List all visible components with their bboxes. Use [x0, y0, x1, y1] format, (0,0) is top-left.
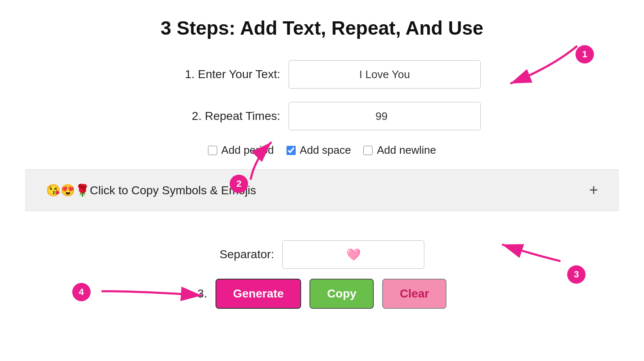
generate-button[interactable]: Generate	[216, 279, 301, 309]
step2-label: 2. Repeat Times:	[163, 109, 280, 123]
add-space-item: Add space	[287, 144, 351, 157]
clear-button[interactable]: Clear	[382, 279, 446, 309]
step1-row: 1. Enter Your Text:	[163, 60, 481, 89]
step1-label: 1. Enter Your Text:	[163, 68, 280, 81]
badge-3: 3	[567, 265, 586, 284]
badge-1: 1	[576, 45, 594, 64]
copy-button[interactable]: Copy	[309, 279, 374, 309]
checkboxes-row: Add period Add space Add newline	[208, 144, 436, 157]
main-container: 3 Steps: Add Text, Repeat, And Use 1 1. …	[0, 0, 644, 325]
form-section: 1. Enter Your Text: 2. Repeat Times: Add…	[25, 60, 619, 157]
separator-label: Separator:	[220, 248, 274, 261]
buttons-section: 4 3. Generate Copy Clear	[198, 279, 447, 309]
add-newline-label: Add newline	[377, 144, 436, 157]
step2-row: 2. Repeat Times:	[163, 102, 481, 130]
emojis-banner-text: 😘😍🌹Click to Copy Symbols & Emojis	[46, 183, 256, 197]
add-newline-item: Add newline	[363, 144, 436, 157]
emojis-banner[interactable]: 😘😍🌹Click to Copy Symbols & Emojis +	[25, 169, 619, 211]
add-space-checkbox[interactable]	[287, 146, 296, 155]
separator-row: Separator:	[220, 240, 425, 269]
add-space-label: Add space	[300, 144, 351, 157]
step3-label: 3.	[198, 287, 207, 300]
badge-4: 4	[72, 283, 91, 301]
add-period-item: Add period	[208, 144, 274, 157]
add-period-checkbox[interactable]	[208, 146, 217, 155]
repeat-times-input[interactable]	[289, 102, 481, 130]
add-newline-checkbox[interactable]	[363, 146, 373, 155]
page-title: 3 Steps: Add Text, Repeat, And Use	[25, 17, 619, 39]
badge-2: 2	[230, 175, 248, 193]
separator-input[interactable]	[282, 240, 424, 269]
add-period-label: Add period	[221, 144, 274, 157]
expand-icon: +	[589, 181, 598, 199]
text-input[interactable]	[289, 60, 481, 89]
